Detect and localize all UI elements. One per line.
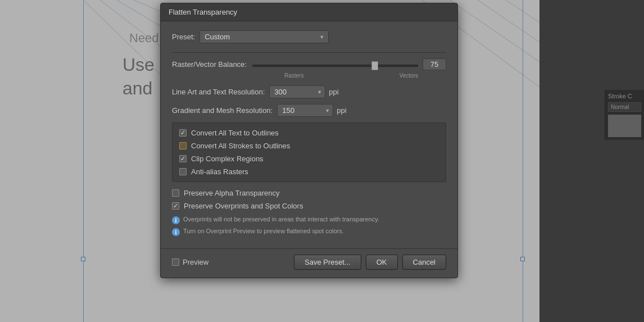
preset-row: Preset: Custom High Resolution Medium Re… bbox=[172, 30, 446, 43]
dialog-footer: Preview Save Preset... OK Cancel bbox=[161, 248, 457, 278]
footer-left: Preview bbox=[172, 258, 208, 266]
preset-dropdown-wrapper: Custom High Resolution Medium Resolution… bbox=[199, 30, 329, 43]
gradient-row: Gradient and Mesh Resolution: 150 300 72… bbox=[172, 104, 446, 117]
cancel-button[interactable]: Cancel bbox=[402, 255, 446, 270]
checkbox-row-strokes-outlines: Convert All Strokes to Outlines bbox=[179, 142, 439, 150]
preview-checkbox[interactable] bbox=[172, 258, 179, 266]
checkbox-row-text-outlines: Convert All Text to Outlines bbox=[179, 129, 439, 137]
cb-preserve-overprints[interactable] bbox=[172, 202, 179, 210]
ok-button[interactable]: OK bbox=[366, 255, 398, 270]
rv-label: Raster/Vector Balance: bbox=[172, 60, 247, 69]
cb-label-preserve-overprints: Preserve Overprints and Spot Colors bbox=[184, 202, 303, 210]
cb-clip-complex[interactable] bbox=[179, 155, 187, 162]
cb-label-anti-alias: Anti-alias Rasters bbox=[191, 167, 248, 176]
checkbox-row-preserve-alpha: Preserve Alpha Transparency bbox=[172, 189, 446, 197]
preserve-alpha-section: Preserve Alpha Transparency Preserve Ove… bbox=[172, 189, 446, 210]
cb-label-text-outlines: Convert All Text to Outlines bbox=[191, 129, 279, 137]
flatten-transparency-dialog: Flatten Transparency Preset: Custom High… bbox=[160, 3, 458, 278]
rv-section: Raster/Vector Balance: 75 Rasters Vector… bbox=[172, 58, 446, 79]
cb-anti-alias[interactable] bbox=[179, 168, 187, 175]
cb-label-preserve-alpha: Preserve Alpha Transparency bbox=[184, 189, 280, 197]
gradient-label: Gradient and Mesh Resolution: bbox=[172, 106, 273, 115]
gradient-unit: ppi bbox=[337, 106, 346, 115]
cb-label-clip-complex: Clip Complex Regions bbox=[191, 155, 264, 163]
info-row-2: i Turn on Overprint Preview to preview f… bbox=[172, 228, 446, 236]
info-icon-1: i bbox=[172, 216, 180, 224]
preview-label: Preview bbox=[183, 258, 208, 266]
cb-strokes-outlines[interactable] bbox=[179, 142, 187, 149]
info-row-1: i Overprints will not be preserved in ar… bbox=[172, 216, 446, 224]
line-art-dropdown[interactable]: 300 600 1200 72 150 bbox=[269, 85, 325, 98]
line-art-label: Line Art and Text Resolution: bbox=[172, 88, 265, 96]
checkbox-row-preserve-overprints: Preserve Overprints and Spot Colors bbox=[172, 202, 446, 210]
info-text-2: Turn on Overprint Preview to preview fla… bbox=[183, 228, 344, 234]
cb-text-outlines[interactable] bbox=[179, 129, 187, 137]
preset-label: Preset: bbox=[172, 33, 195, 41]
gradient-dropdown[interactable]: 150 300 72 100 bbox=[277, 104, 333, 117]
cb-preserve-alpha[interactable] bbox=[172, 189, 179, 197]
dialog-titlebar: Flatten Transparency bbox=[161, 3, 457, 21]
dialog-body: Preset: Custom High Resolution Medium Re… bbox=[161, 21, 457, 248]
vectors-label: Vectors bbox=[400, 72, 418, 79]
checkbox-row-clip-complex: Clip Complex Regions bbox=[179, 155, 439, 163]
rasters-label: Rasters bbox=[284, 72, 303, 79]
rv-value-input[interactable]: 75 bbox=[423, 58, 446, 70]
rv-slider[interactable] bbox=[252, 65, 418, 67]
slider-labels: Rasters Vectors bbox=[172, 72, 446, 79]
line-art-unit: ppi bbox=[329, 88, 338, 96]
info-icon-2: i bbox=[172, 228, 180, 236]
save-preset-button[interactable]: Save Preset... bbox=[294, 255, 361, 270]
checkbox-row-anti-alias: Anti-alias Rasters bbox=[179, 167, 439, 176]
info-text-1: Overprints will not be preserved in area… bbox=[183, 216, 379, 223]
rv-row: Raster/Vector Balance: 75 bbox=[172, 58, 446, 70]
line-art-dropdown-wrapper: 300 600 1200 72 150 bbox=[269, 85, 325, 98]
divider-top bbox=[172, 52, 446, 53]
dialog-title: Flatten Transparency bbox=[169, 8, 237, 16]
checkbox-section: Convert All Text to Outlines Convert All… bbox=[172, 123, 446, 182]
preset-dropdown[interactable]: Custom High Resolution Medium Resolution… bbox=[199, 30, 329, 43]
line-art-row: Line Art and Text Resolution: 300 600 12… bbox=[172, 85, 446, 98]
cb-label-strokes-outlines: Convert All Strokes to Outlines bbox=[191, 142, 290, 150]
slider-container bbox=[252, 60, 418, 69]
gradient-dropdown-wrapper: 150 300 72 100 bbox=[277, 104, 333, 117]
